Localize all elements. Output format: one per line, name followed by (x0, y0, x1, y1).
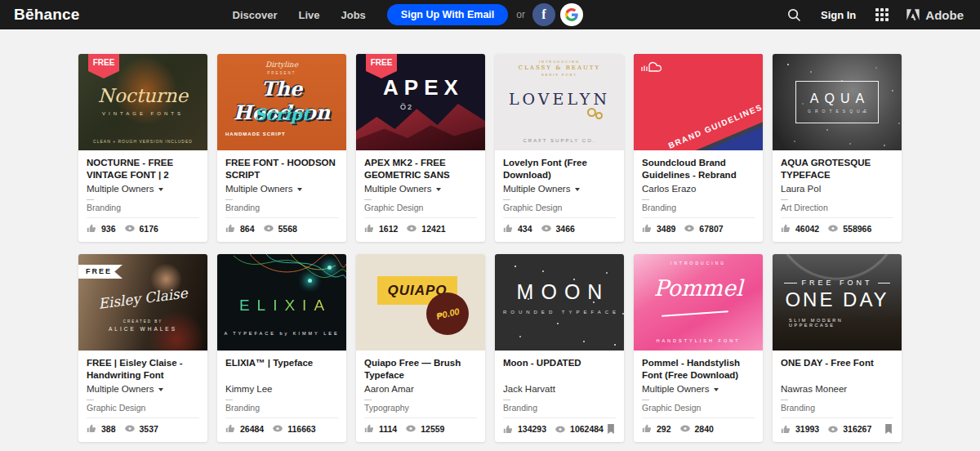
project-card-elixia[interactable]: ELIXIA A TYPEFACE by KIMMY LEE ELIXIA™ |… (217, 254, 346, 442)
cover-art-text: ELIXIA (217, 297, 346, 315)
project-owner[interactable]: Nawras Moneer (781, 384, 893, 394)
project-category[interactable]: Branding (781, 403, 893, 413)
project-title[interactable]: ONE DAY - Free Font (781, 357, 893, 382)
project-cover[interactable]: FREE Eisley Claise CREATED BY ALICE WHAL… (78, 254, 207, 351)
project-cover[interactable]: FREE Nocturne VINTAGE FONTS CLEAN + ROUG… (78, 54, 207, 150)
project-cover[interactable]: BRAND GUIDELINES (634, 54, 763, 150)
project-card-quiapo[interactable]: QUIAPO ₱0.00 Quiapo Free — Brush Typefac… (356, 254, 485, 442)
cover-art-text: ROUNDED TYPEFACE (495, 310, 624, 315)
cover-art-ring (595, 112, 603, 119)
project-title[interactable]: NOCTURNE - FREE VINTAGE FONT | 2 STYLES (87, 157, 199, 181)
project-owner[interactable]: Multiple Owners (503, 184, 616, 194)
behance-logo[interactable]: Bēhance (14, 6, 80, 24)
project-category[interactable]: Graphic Design (503, 203, 616, 212)
project-category[interactable]: Branding (642, 203, 755, 212)
project-owner[interactable]: Jack Harvatt (503, 384, 616, 394)
adobe-home-link[interactable]: Adobe (906, 8, 964, 22)
project-card-aqua[interactable]: AQUA GROTESQUE AQUA GROTESQUE TYPEFACE L… (773, 54, 902, 242)
facebook-signup-button[interactable]: f (532, 3, 555, 26)
project-cover[interactable]: INTRODUCING Pommel HANDSTYLISH FONT (634, 254, 763, 351)
nav-link-jobs[interactable]: Jobs (341, 9, 365, 21)
project-category[interactable]: Branding (225, 203, 338, 212)
project-owner[interactable]: Carlos Erazo (642, 184, 755, 194)
project-title[interactable]: Soundcloud Brand Guidelines - Rebrand (642, 157, 755, 181)
project-category[interactable]: Art Direction (781, 203, 893, 212)
signup-email-button[interactable]: Sign Up With Email (387, 4, 508, 25)
project-owner[interactable]: Multiple Owners (364, 184, 477, 194)
project-owner[interactable]: Kimmy Lee (225, 384, 338, 394)
project-card-lovelyn[interactable]: INTRODUCING CLASSY & BEAUTY SERIF FONT L… (495, 54, 624, 242)
views-icon (684, 224, 695, 233)
project-cover[interactable]: FREE APEX Ö2 (356, 54, 485, 150)
appreciations-icon (225, 423, 236, 434)
google-signup-button[interactable] (560, 3, 583, 26)
appreciations-count: 434 (518, 224, 532, 234)
search-icon[interactable] (787, 8, 801, 22)
project-owner[interactable]: Multiple Owners (642, 384, 755, 394)
chevron-down-icon (158, 388, 163, 391)
appreciations-icon (642, 423, 653, 434)
project-card-oneday[interactable]: FREE FONT ONE DAY SLIM MODERN UPPERCASE … (773, 254, 902, 442)
project-category[interactable]: Graphic Design (642, 403, 755, 413)
project-category[interactable]: Branding (87, 203, 199, 212)
cover-art-text: HANDMADE SCRIPT (225, 131, 286, 139)
nav-link-live[interactable]: Live (298, 9, 319, 21)
project-category[interactable]: Branding (225, 403, 338, 413)
project-owner[interactable]: Multiple Owners (87, 384, 199, 394)
cover-art-text: ₱0.00 (435, 306, 461, 322)
project-title[interactable]: Lovelyn Font (Free Download) (503, 157, 616, 181)
card-body: FREE FONT - HOODSON SCRIPT Multiple Owne… (217, 150, 346, 240)
project-owner[interactable]: Multiple Owners (225, 184, 338, 194)
project-category[interactable]: Branding (503, 403, 616, 413)
project-cover[interactable]: FREE FONT ONE DAY SLIM MODERN UPPERCASE (773, 254, 902, 351)
bookmark-icon[interactable] (606, 423, 616, 435)
project-title[interactable]: FREE FONT - HOODSON SCRIPT (225, 157, 338, 181)
project-owner[interactable]: Aaron Amar (364, 384, 477, 394)
project-owner[interactable]: Laura Pol (781, 184, 893, 194)
project-title[interactable]: AQUA GROTESQUE TYPEFACE (781, 157, 893, 181)
cover-art-glow (308, 279, 312, 283)
signin-link[interactable]: Sign In (821, 9, 856, 21)
views-count: 5568 (278, 224, 297, 234)
bookmark-icon[interactable] (884, 423, 893, 435)
project-card-eisley[interactable]: FREE Eisley Claise CREATED BY ALICE WHAL… (78, 254, 207, 442)
project-card-soundcloud[interactable]: BRAND GUIDELINES Soundcloud Brand Guidel… (634, 54, 763, 242)
project-cover[interactable]: ELIXIA A TYPEFACE by KIMMY LEE (217, 254, 346, 351)
project-title[interactable]: Pommel - Handstylish Font (Free Download… (642, 357, 755, 382)
project-stats: 46042 558966 (781, 218, 893, 234)
cover-art-text: CREATED BY (78, 319, 207, 324)
cover-art-text: SLIM MODERN UPPERCASE (784, 318, 890, 328)
chevron-down-icon (158, 188, 163, 191)
project-card-hoodson[interactable]: Dirtyline PRESENT The Hoodson Script HAN… (217, 54, 346, 242)
project-card-apex[interactable]: FREE APEX Ö2 APEX MK2 - FREE GEOMETRIC S… (356, 54, 485, 242)
project-owner[interactable]: Multiple Owners (87, 184, 199, 194)
cover-art-underline (662, 310, 728, 317)
cover-art-frame: AQUA GROTESQUE (795, 81, 879, 123)
project-card-pommel[interactable]: INTRODUCING Pommel HANDSTYLISH FONT Pomm… (634, 254, 763, 442)
project-title[interactable]: FREE | Eisley Claise - Handwriting Font (87, 357, 199, 382)
project-cover[interactable]: AQUA GROTESQUE (773, 54, 902, 150)
cover-art-text: LOVELYN (495, 90, 624, 108)
project-title[interactable]: Moon - UPDATED (503, 357, 616, 382)
appreciations-count: 3489 (657, 224, 675, 234)
appreciations-icon (225, 223, 236, 234)
project-cover[interactable]: INTRODUCING CLASSY & BEAUTY SERIF FONT L… (495, 54, 624, 150)
cover-art-text: FREE FONT (784, 279, 890, 287)
project-title[interactable]: APEX MK2 - FREE GEOMETRIC SANS SERIF (364, 157, 477, 181)
project-card-nocturne[interactable]: FREE Nocturne VINTAGE FONTS CLEAN + ROUG… (78, 54, 207, 242)
project-category[interactable]: Graphic Design (364, 203, 477, 212)
project-cover[interactable]: MOON ROUNDED TYPEFACE (495, 254, 624, 351)
project-category[interactable]: Graphic Design (87, 403, 199, 413)
cover-art-text: CRAFT SUPPLY CO. (495, 138, 624, 143)
cover-art-text: ALICE WHALES (78, 326, 207, 332)
project-category[interactable]: Typography (364, 403, 477, 413)
project-cover[interactable]: Dirtyline PRESENT The Hoodson Script HAN… (217, 54, 346, 150)
nav-link-discover[interactable]: Discover (233, 9, 278, 21)
project-title[interactable]: Quiapo Free — Brush Typeface (364, 357, 477, 382)
project-card-moon[interactable]: MOON ROUNDED TYPEFACE Moon - UPDATED Jac… (495, 254, 624, 442)
project-title[interactable]: ELIXIA™ | Typeface (225, 357, 338, 382)
project-stats: 388 3537 (87, 418, 199, 434)
apps-grid-icon[interactable] (875, 8, 889, 21)
cover-art-text: PRESENT (217, 71, 346, 75)
project-cover[interactable]: QUIAPO ₱0.00 (356, 254, 485, 351)
